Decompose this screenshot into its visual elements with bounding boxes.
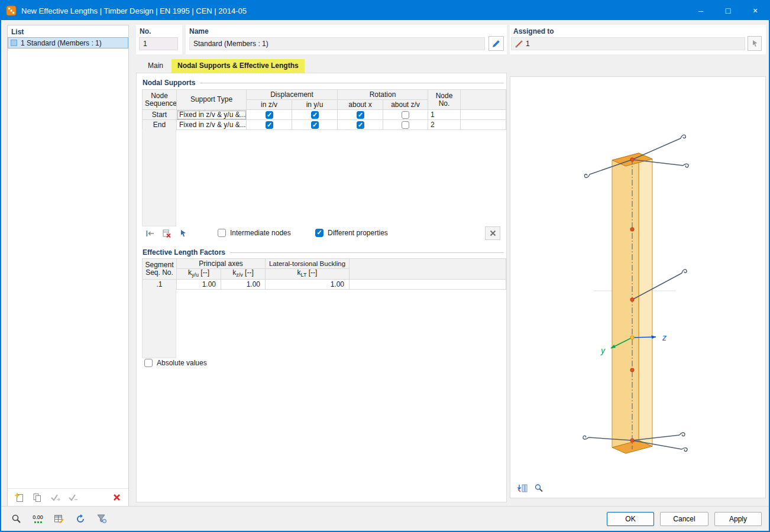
y-axis-label: y [600,346,606,355]
filter-settings-button[interactable] [93,511,110,527]
col-kyu: ky/u [--] [177,269,221,280]
no-box: No. 1 [136,25,182,54]
checkbox[interactable] [266,121,273,129]
col-in-yu: in y/u [292,100,338,110]
3d-viewport[interactable]: y z [510,77,766,499]
no-field[interactable]: 1 [139,37,178,50]
footer-bar: 0.00 OK Cancel [1,506,769,531]
filler-cell [350,280,506,290]
nodal-supports-table: Node Sequence Support Type Displacement … [142,89,506,130]
klt-cell[interactable]: 1.00 [266,280,350,290]
new-item-button[interactable] [12,491,27,504]
viewport-toolbar [515,482,546,495]
list-panel: List 1 Standard (Members : 1) [7,25,129,507]
refresh-button[interactable] [72,511,89,527]
nodal-supports-title: Nodal Supports [143,79,195,87]
no-label: No. [140,27,151,35]
ok-button[interactable]: OK [607,512,654,526]
delete-row-button[interactable] [160,227,174,240]
absolute-values-checkbox[interactable] [144,359,153,367]
symbols-toggle-button[interactable] [515,482,529,495]
section-rule [230,252,504,253]
name-field[interactable]: Standard (Members : 1) [189,37,485,50]
checkbox[interactable] [357,121,364,129]
display-properties-button[interactable] [532,482,546,495]
select-objects-button[interactable] [748,36,762,51]
delete-item-button[interactable] [109,491,124,504]
minimize-button[interactable]: – [687,1,714,20]
effective-length-section-header: Effective Length Factors [143,248,504,257]
table-row: .1 1.00 1.00 1.00 [143,280,506,290]
in-yu-cell[interactable] [292,120,338,130]
decimal-dots-icon [34,521,42,523]
checkbox[interactable] [402,111,409,119]
effective-lengths-list[interactable]: 1 Standard (Members : 1) [8,37,128,487]
different-properties-label: Different properties [328,229,388,237]
checkbox[interactable] [311,121,319,129]
find-parameter-button[interactable] [8,511,25,527]
list-label: List [11,28,24,36]
kzv-cell[interactable]: 1.00 [221,280,266,290]
list-item[interactable]: 1 Standard (Members : 1) [8,37,128,48]
in-zv-cell[interactable] [247,110,292,120]
col-about-zv: about z/v [383,100,428,110]
tab-nodal-supports[interactable]: Nodal Supports & Effective Lengths [172,59,305,73]
nodal-supports-toolbar: Intermediate nodes Different properties [142,226,504,241]
member-icon [515,40,523,48]
z-axis-label: z [662,333,667,342]
check-all-button[interactable] [48,491,62,504]
row-start-label: Start [143,110,177,120]
support-type-cell[interactable]: Fixed in z/v & y/u &... [177,120,247,130]
checkbox[interactable] [357,111,364,119]
in-zv-cell[interactable] [247,120,292,130]
uncheck-all-button[interactable] [66,491,80,504]
column-side-face [639,153,652,446]
select-node-button[interactable] [176,227,190,240]
app-icon [6,5,17,16]
about-zv-cell[interactable] [383,110,428,120]
col-in-zv: in z/v [247,100,292,110]
assigned-label: Assigned to [513,27,554,35]
copy-item-button[interactable] [30,491,44,504]
assigned-value: 1 [526,40,530,48]
different-properties-checkbox[interactable] [315,229,323,237]
decimal-places-button[interactable]: 0.00 [30,511,46,527]
filler-cell [461,110,506,120]
clear-supports-button[interactable] [485,226,500,240]
checkbox[interactable] [311,111,319,119]
col-support-type: Support Type [177,90,247,110]
rename-button[interactable] [488,36,504,51]
about-zv-cell[interactable] [383,120,428,130]
checkbox[interactable] [266,111,273,119]
dialog-buttons: OK Cancel Apply [607,512,762,526]
title-bar: New Effective Lengths | Timber Design | … [1,1,769,20]
tab-strip: Main Nodal Supports & Effective Lengths [136,57,507,73]
decimal-places-icon: 0.00 [33,515,43,520]
list-toolbar [8,488,128,506]
kyu-cell[interactable]: 1.00 [177,280,221,290]
symbols-toggle-icon [517,484,528,493]
maximize-button[interactable]: □ [714,1,742,20]
uncheck-all-icon [67,493,78,502]
section-rule [200,83,504,83]
window-title: New Effective Lengths | Timber Design | … [21,7,247,15]
intermediate-nodes-checkbox[interactable] [218,229,226,237]
cancel-button[interactable]: Cancel [660,512,708,526]
close-button[interactable]: × [742,1,769,20]
tab-main[interactable]: Main [141,59,170,73]
support-type-cell[interactable]: Fixed in z/v & y/u &... [177,110,247,120]
units-settings-button[interactable] [51,511,67,527]
col-filler [461,90,506,110]
about-x-cell[interactable] [338,110,383,120]
assigned-field[interactable]: 1 [511,37,745,50]
axis-origin-node [630,336,634,339]
about-x-cell[interactable] [338,120,383,130]
insert-row-button[interactable] [143,227,157,240]
checkbox[interactable] [402,121,409,129]
table-row: Start Fixed in z/v & y/u &... 1 [143,110,506,120]
col-group-displacement: Displacement [247,90,338,100]
row-end-label: End [143,120,177,130]
in-yu-cell[interactable] [292,110,338,120]
apply-button[interactable]: Apply [714,512,762,526]
col-kzv: kz/v [--] [221,269,266,280]
